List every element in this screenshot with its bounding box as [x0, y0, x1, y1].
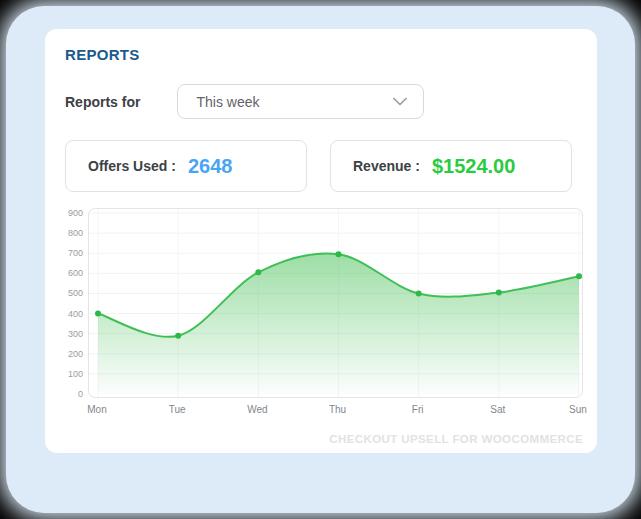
reports-for-label: Reports for [65, 94, 140, 110]
data-point-tue [175, 333, 181, 339]
weekly-offers-chart: 0100200300400500600700800900MonTueWedThu… [45, 208, 597, 443]
stats-row: Offers Used : 2648 Revenue : $1524.00 [65, 140, 572, 192]
revenue-value: $1524.00 [432, 155, 515, 178]
y-axis-label: 0 [45, 389, 83, 399]
x-axis-label: Thu [329, 404, 346, 415]
y-axis-label: 400 [45, 309, 83, 319]
offers-used-value: 2648 [188, 155, 233, 178]
y-axis-label: 900 [45, 208, 83, 218]
y-axis-label: 300 [45, 329, 83, 339]
x-axis-label: Mon [87, 404, 106, 415]
y-axis-label: 100 [45, 369, 83, 379]
offers-used-stat: Offers Used : 2648 [65, 140, 307, 192]
data-point-fri [416, 290, 422, 296]
y-axis-label: 700 [45, 248, 83, 258]
x-axis-label: Tue [169, 404, 186, 415]
y-axis-label: 800 [45, 228, 83, 238]
x-axis-label: Sat [490, 404, 505, 415]
data-point-thu [336, 251, 342, 257]
offers-used-label: Offers Used : [88, 158, 176, 174]
y-axis-label: 500 [45, 288, 83, 298]
revenue-stat: Revenue : $1524.00 [330, 140, 572, 192]
plugin-watermark: CHECKOUT UPSELL FOR WOOCOMMERCE [329, 433, 583, 445]
dropdown-selected-value: This week [196, 94, 259, 110]
x-axis-label: Wed [247, 404, 267, 415]
page-background: REPORTS Reports for This week Offers Use… [0, 0, 641, 519]
report-period-dropdown[interactable]: This week [177, 84, 424, 119]
report-period-filter-row: Reports for This week [65, 84, 424, 119]
data-point-wed [255, 269, 261, 275]
page-title: REPORTS [65, 46, 140, 63]
y-axis-label: 200 [45, 349, 83, 359]
area-fill [98, 253, 579, 394]
reports-card: REPORTS Reports for This week Offers Use… [45, 29, 597, 453]
data-point-sat [496, 289, 502, 295]
chevron-down-icon [393, 97, 407, 106]
chart-plot-panel [88, 208, 583, 398]
data-point-sun [576, 273, 582, 279]
data-point-mon [95, 311, 101, 317]
y-axis-label: 600 [45, 268, 83, 278]
x-axis-label: Sun [569, 404, 587, 415]
chart-svg [89, 209, 583, 398]
x-axis-label: Fri [412, 404, 424, 415]
revenue-label: Revenue : [353, 158, 420, 174]
